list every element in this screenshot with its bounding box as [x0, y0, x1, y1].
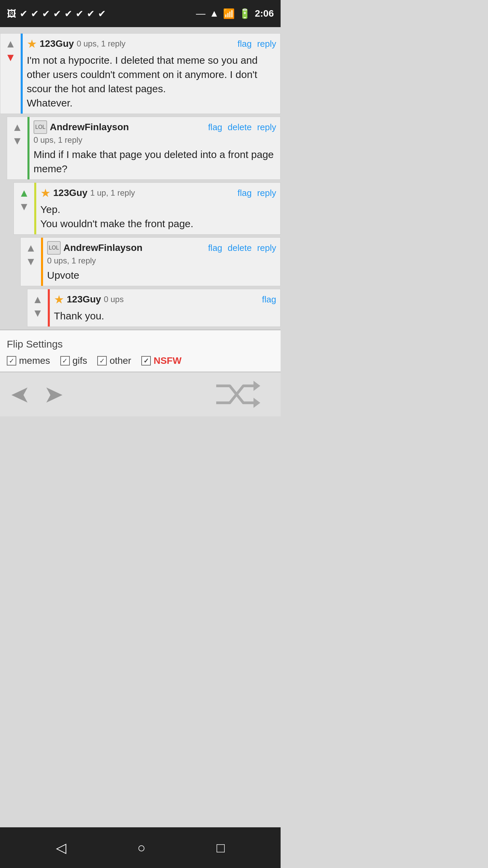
svg-marker-1 [253, 381, 260, 391]
vote-column: ▲ ▼ [7, 117, 27, 179]
comment-body: ★ 123Guy 0 ups, 1 reply flag reply I'm n… [23, 34, 280, 114]
comment-header: ★ 123Guy 1 up, 1 reply flag reply [40, 186, 276, 200]
flag-button[interactable]: flag [208, 122, 222, 133]
system-time: 2:06 [255, 8, 274, 19]
other-checkbox[interactable] [97, 356, 107, 366]
system-bar: 🖼 ✔ ✔ ✔ ✔ ✔ ✔ ✔ ✔ — ▲ 📶 🔋 2:06 [0, 0, 281, 27]
downvote-button[interactable]: ▼ [5, 52, 16, 63]
minus-icon: — [196, 8, 205, 19]
comment-card: ▲ ▼ ★ 123Guy 0 ups, 1 reply flag reply I… [0, 33, 281, 114]
comment-header: LOL AndrewFinlayson flag delete reply [34, 120, 276, 134]
android-home-button[interactable]: ○ [137, 840, 145, 855]
comment-card: ▲ ▼ LOL AndrewFinlayson flag delete repl… [7, 117, 281, 180]
upvote-button[interactable]: ▲ [19, 188, 29, 198]
back-button[interactable]: ➤ [10, 380, 30, 408]
battery-icon: 🔋 [239, 8, 251, 19]
comment-header: ★ 123Guy 0 ups, 1 reply flag reply [27, 37, 276, 51]
star-avatar: ★ [54, 293, 64, 306]
comment-text: Mind if I make that page you deleted int… [34, 147, 276, 176]
downvote-button[interactable]: ▼ [25, 256, 36, 267]
flag-button[interactable]: flag [238, 188, 252, 198]
nsfw-label: NSFW [154, 355, 181, 366]
comment-header: ★ 123Guy 0 ups flag [54, 293, 276, 306]
star-avatar: ★ [40, 186, 50, 200]
upvote-button[interactable]: ▲ [5, 38, 16, 49]
forward-button[interactable]: ➤ [44, 380, 64, 408]
reply-button[interactable]: reply [257, 188, 276, 198]
username: 123Guy [53, 188, 87, 198]
memes-checkbox[interactable] [7, 356, 16, 366]
comment-text: Upvote [47, 268, 276, 282]
username: AndrewFinlayson [63, 242, 142, 253]
comment-card: ▲ ▼ LOL AndrewFinlayson flag delete repl… [20, 237, 281, 286]
comment-actions: flag delete reply [208, 122, 276, 133]
flip-option-gifs[interactable]: gifs [60, 355, 87, 366]
comment-sub-meta: 0 ups, 1 reply [34, 135, 276, 145]
flip-option-other[interactable]: other [97, 355, 131, 366]
comment-actions: flag [262, 294, 276, 305]
reply-button[interactable]: reply [257, 122, 276, 133]
comment-actions: flag reply [238, 188, 276, 198]
upvote-button[interactable]: ▲ [32, 294, 43, 305]
shuffle-button[interactable] [216, 379, 270, 410]
delete-button[interactable]: delete [228, 243, 252, 253]
comment-text: Yep.You wouldn't make the front page. [40, 202, 276, 231]
flip-settings-section: Flip Settings memes gifs other NSFW [0, 330, 281, 372]
comment-actions: flag reply [238, 39, 276, 49]
comment-meta: 0 ups [104, 295, 124, 304]
vote-column: ▲ ▼ [21, 238, 41, 286]
downvote-button[interactable]: ▼ [32, 308, 43, 318]
delete-button[interactable]: delete [228, 122, 252, 133]
flag-button[interactable]: flag [238, 39, 252, 49]
comment-actions: flag delete reply [208, 243, 276, 253]
memes-label: memes [19, 355, 50, 366]
reply-button[interactable]: reply [257, 39, 276, 49]
content-area: ▲ ▼ ★ 123Guy 0 ups, 1 reply flag reply I… [0, 27, 281, 827]
wifi-icon: ▲ [209, 8, 219, 19]
comment-body: LOL AndrewFinlayson flag delete reply 0 … [29, 117, 280, 179]
other-label: other [109, 355, 131, 366]
check-icon-8: ✔ [98, 8, 106, 19]
flip-option-nsfw[interactable]: NSFW [141, 355, 181, 366]
android-recents-button[interactable]: □ [217, 840, 225, 855]
flag-button[interactable]: flag [262, 294, 276, 305]
downvote-button[interactable]: ▼ [12, 135, 23, 146]
flip-options: memes gifs other NSFW [7, 355, 274, 366]
flag-button[interactable]: flag [208, 243, 222, 253]
comment-text: Thank you. [54, 309, 276, 323]
comment-card: ▲ ▼ ★ 123Guy 0 ups flag Thank you. [27, 289, 281, 327]
lol-avatar: LOL [34, 120, 47, 134]
system-right: — ▲ 📶 🔋 2:06 [196, 8, 274, 19]
comment-meta: 1 up, 1 reply [90, 188, 135, 198]
comment-meta: 0 ups, 1 reply [77, 39, 125, 48]
vote-column: ▲ ▼ [14, 183, 34, 234]
star-avatar: ★ [27, 37, 37, 51]
upvote-button[interactable]: ▲ [12, 122, 23, 133]
gifs-checkbox[interactable] [60, 356, 70, 366]
status-icons: 🖼 ✔ ✔ ✔ ✔ ✔ ✔ ✔ ✔ [7, 8, 106, 19]
comment-body: ★ 123Guy 1 up, 1 reply flag reply Yep.Yo… [36, 183, 280, 234]
bottom-nav: ➤ ➤ [0, 372, 281, 416]
comment-body: LOL AndrewFinlayson flag delete reply 0 … [43, 238, 280, 286]
comment-text: I'm not a hypocrite. I deleted that meme… [27, 53, 276, 110]
nsfw-checkbox[interactable] [141, 356, 151, 366]
flip-settings-title: Flip Settings [7, 338, 274, 350]
username: AndrewFinlayson [50, 122, 129, 133]
reply-button[interactable]: reply [257, 243, 276, 253]
shuffle-icon [216, 379, 270, 410]
username: 123Guy [40, 38, 74, 49]
downvote-button[interactable]: ▼ [19, 201, 29, 212]
android-nav-bar: ◁ ○ □ [0, 827, 281, 868]
check-icon-2: ✔ [31, 8, 39, 19]
check-icon-5: ✔ [64, 8, 72, 19]
back-arrow-icon: ➤ [10, 380, 30, 408]
check-icon-7: ✔ [87, 8, 95, 19]
upvote-button[interactable]: ▲ [25, 242, 36, 253]
check-icon-6: ✔ [76, 8, 83, 19]
android-back-button[interactable]: ◁ [56, 840, 66, 855]
photo-icon: 🖼 [7, 8, 16, 19]
lol-avatar: LOL [47, 241, 61, 255]
flip-option-memes[interactable]: memes [7, 355, 50, 366]
gifs-label: gifs [73, 355, 87, 366]
page-wrapper: 🖼 ✔ ✔ ✔ ✔ ✔ ✔ ✔ ✔ — ▲ 📶 🔋 2:06 ▲ ▼ [0, 0, 281, 868]
